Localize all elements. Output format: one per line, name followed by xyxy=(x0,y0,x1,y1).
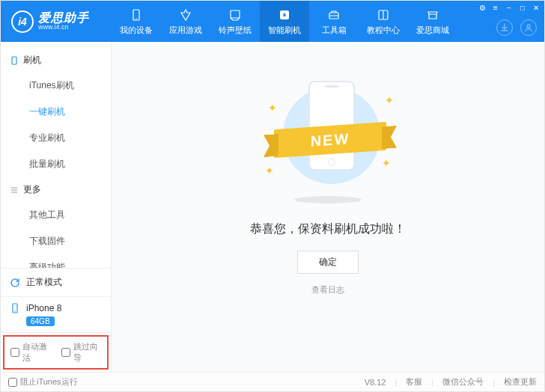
logo-text: 爱思助手 www.i4.cn xyxy=(38,11,89,31)
group-title: 更多 xyxy=(23,183,41,196)
block-itunes-label: 阻止iTunes运行 xyxy=(20,376,78,388)
tab-phone[interactable]: 我的设备 xyxy=(112,1,161,42)
sidebar-group-1[interactable]: 更多 xyxy=(1,177,111,202)
refresh-icon xyxy=(10,278,20,288)
sidebar-item[interactable]: 批量刷机 xyxy=(23,151,111,177)
download-button[interactable] xyxy=(496,19,513,36)
sidebar: 刷机iTunes刷机一键刷机专业刷机批量刷机更多其他工具下载固件高级功能 正常模… xyxy=(1,42,112,372)
settings-icon[interactable]: ⚙ xyxy=(477,2,487,13)
body: 刷机iTunes刷机一键刷机专业刷机批量刷机更多其他工具下载固件高级功能 正常模… xyxy=(1,42,544,372)
sidebar-bottom: 正常模式 iPhone 8 64GB xyxy=(1,268,111,332)
skip-wizard-label: 跳过向导 xyxy=(73,341,102,364)
tab-label: 应用游戏 xyxy=(169,25,202,36)
toolbox-icon xyxy=(326,7,341,22)
device-row[interactable]: iPhone 8 64GB xyxy=(1,297,111,332)
auto-activate-checkbox[interactable]: 自动激活 xyxy=(10,341,51,364)
support-link[interactable]: 客服 xyxy=(406,376,422,388)
tab-shop[interactable]: 爱思商城 xyxy=(408,1,457,42)
music-icon xyxy=(228,7,243,22)
status-bar: 阻止iTunes运行 V8.12 | 客服 | 微信公众号 | 检查更新 xyxy=(1,372,544,391)
skip-wizard-input[interactable] xyxy=(61,348,70,357)
tab-label: 铃声壁纸 xyxy=(219,25,252,36)
sparkle-icon: ✦ xyxy=(268,102,277,114)
brand-url: www.i4.cn xyxy=(38,24,89,31)
menu-icon[interactable]: ≡ xyxy=(490,2,501,13)
header: i4 爱思助手 www.i4.cn 我的设备应用游戏铃声壁纸智能刷机工具箱教程中… xyxy=(1,1,544,42)
tab-label: 智能刷机 xyxy=(268,25,301,36)
device-name: iPhone 8 xyxy=(26,303,61,313)
sparkle-icon: ✦ xyxy=(385,94,394,106)
sidebar-item[interactable]: iTunes刷机 xyxy=(23,73,111,99)
header-right-buttons xyxy=(496,19,537,36)
header-tabs: 我的设备应用游戏铃声壁纸智能刷机工具箱教程中心爱思商城 xyxy=(112,1,457,42)
phone-icon xyxy=(129,7,144,22)
close-icon[interactable]: ✕ xyxy=(531,2,541,13)
success-illustration: NEW ✦ ✦ ✦ ✦ xyxy=(261,79,395,199)
footer-options: 自动激活 跳过向导 xyxy=(1,332,111,372)
options-highlight-box: 自动激活 跳过向导 xyxy=(3,335,109,370)
tab-label: 工具箱 xyxy=(322,25,347,36)
app-window: i4 爱思助手 www.i4.cn 我的设备应用游戏铃声壁纸智能刷机工具箱教程中… xyxy=(0,0,545,392)
sidebar-item[interactable]: 其他工具 xyxy=(23,202,111,228)
success-message: 恭喜您，保资料刷机成功啦！ xyxy=(250,221,406,237)
mode-row[interactable]: 正常模式 xyxy=(1,269,111,297)
tab-book[interactable]: 教程中心 xyxy=(359,1,408,42)
sidebar-item[interactable]: 高级功能 xyxy=(23,254,111,268)
mode-label: 正常模式 xyxy=(26,276,62,289)
wechat-link[interactable]: 微信公众号 xyxy=(442,376,484,388)
logo-icon: i4 xyxy=(11,10,34,33)
svg-point-9 xyxy=(14,310,16,312)
brand-name: 爱思助手 xyxy=(38,11,89,25)
tab-label: 爱思商城 xyxy=(416,25,449,36)
tab-flash[interactable]: 智能刷机 xyxy=(260,1,309,42)
app-icon xyxy=(178,7,193,22)
svg-rect-7 xyxy=(12,57,16,64)
flash-icon xyxy=(277,7,292,22)
more-icon xyxy=(10,186,19,195)
ok-button[interactable]: 确定 xyxy=(297,251,359,274)
sidebar-item[interactable]: 下载固件 xyxy=(23,228,111,254)
phone-icon xyxy=(10,56,19,65)
storage-badge: 64GB xyxy=(26,316,55,326)
auto-activate-input[interactable] xyxy=(10,348,19,357)
status-left: 阻止iTunes运行 xyxy=(8,376,78,388)
svg-point-6 xyxy=(527,25,530,28)
window-controls: ⚙ ≡ − □ ✕ xyxy=(477,2,541,13)
shop-icon xyxy=(425,7,440,22)
tab-label: 教程中心 xyxy=(367,25,400,36)
main-content: NEW ✦ ✦ ✦ ✦ 恭喜您，保资料刷机成功啦！ 确定 查看日志 xyxy=(112,42,544,372)
sparkle-icon: ✦ xyxy=(382,157,391,169)
tab-toolbox[interactable]: 工具箱 xyxy=(309,1,359,42)
svg-rect-2 xyxy=(231,10,240,18)
user-button[interactable] xyxy=(520,19,537,36)
version-label: V8.12 xyxy=(365,378,386,387)
sidebar-item[interactable]: 一键刷机 xyxy=(23,99,111,125)
maximize-icon[interactable]: □ xyxy=(517,2,528,13)
view-log-link[interactable]: 查看日志 xyxy=(311,284,344,295)
minimize-icon[interactable]: − xyxy=(504,2,514,13)
group-title: 刷机 xyxy=(23,54,41,67)
block-itunes-input[interactable] xyxy=(8,378,17,387)
sparkle-icon: ✦ xyxy=(265,165,274,177)
tab-label: 我的设备 xyxy=(120,25,153,36)
block-itunes-checkbox[interactable]: 阻止iTunes运行 xyxy=(8,376,78,388)
sidebar-group-0[interactable]: 刷机 xyxy=(1,48,111,73)
tab-app[interactable]: 应用游戏 xyxy=(161,1,210,42)
status-right: V8.12 | 客服 | 微信公众号 | 检查更新 xyxy=(365,376,537,388)
sidebar-item[interactable]: 专业刷机 xyxy=(23,125,111,151)
skip-wizard-checkbox[interactable]: 跳过向导 xyxy=(61,341,102,364)
check-update-link[interactable]: 检查更新 xyxy=(504,376,537,388)
logo-area: i4 爱思助手 www.i4.cn xyxy=(1,10,112,33)
sidebar-scroll: 刷机iTunes刷机一键刷机专业刷机批量刷机更多其他工具下载固件高级功能 xyxy=(1,42,111,268)
book-icon xyxy=(376,7,391,22)
auto-activate-label: 自动激活 xyxy=(22,341,51,364)
tab-music[interactable]: 铃声壁纸 xyxy=(210,1,260,42)
svg-point-1 xyxy=(136,18,137,19)
device-icon xyxy=(10,303,20,313)
